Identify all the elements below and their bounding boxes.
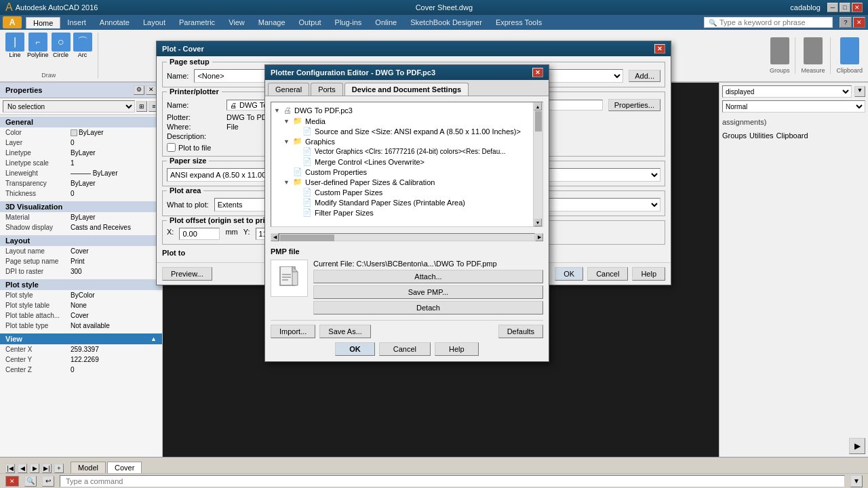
minimize-button[interactable]: ─	[827, 3, 838, 12]
search-input[interactable]	[719, 18, 828, 26]
import-btn[interactable]: Import...	[271, 325, 315, 338]
plotter-cancel-btn[interactable]: Cancel	[379, 342, 431, 356]
plot-ok-button[interactable]: OK	[555, 267, 583, 281]
tab-output[interactable]: Output	[292, 17, 328, 28]
selection-dropdown[interactable]: No selection	[3, 100, 135, 113]
close-button[interactable]: ✕	[852, 3, 863, 12]
cmd-arrow-btn[interactable]: ▼	[850, 475, 863, 487]
tree-item-user-defined[interactable]: ▼ 📁 User-defined Paper Sizes & Calibrati…	[274, 177, 530, 187]
preview-button[interactable]: Preview...	[162, 267, 212, 281]
tree-item-vector[interactable]: 📄 Vector Graphics <Clrs: 16777216 (24-bi…	[274, 146, 530, 157]
command-input-area[interactable]	[60, 475, 845, 487]
tab-annotate[interactable]: Annotate	[93, 17, 136, 28]
tab-online[interactable]: Online	[368, 17, 403, 28]
save-as-btn[interactable]: Save As...	[319, 325, 371, 338]
close-ribbon-button[interactable]: ✕	[853, 17, 865, 28]
tab-device-doc[interactable]: Device and Document Settings	[344, 83, 469, 96]
file-custom-props-icon: 📄	[293, 167, 302, 176]
tree-item-merge[interactable]: 📄 Merge Control <Lines Overwrite>	[274, 157, 530, 167]
plot-dialog-close-btn[interactable]: ✕	[654, 44, 665, 54]
properties-settings-btn[interactable]: ⚙	[134, 85, 144, 95]
x-offset-input[interactable]	[179, 228, 220, 240]
model-tab[interactable]: Model	[71, 462, 106, 473]
3d-section-header[interactable]: 3D Visualization	[0, 201, 162, 212]
view-section-header[interactable]: View ▲	[0, 333, 162, 344]
tree-item-filter-paper[interactable]: 📄 Filter Paper Sizes	[274, 207, 530, 218]
save-pmp-btn[interactable]: Save PMP...	[313, 285, 543, 299]
tree-item-root[interactable]: ▼ 🖨 DWG To PDF.pc3	[274, 105, 530, 116]
scroll-up-btn[interactable]: ▲	[534, 102, 542, 110]
layout-section-header[interactable]: Layout	[0, 235, 162, 246]
transparency-row: Transparency ByLayer	[0, 178, 162, 188]
tab-first-btn[interactable]: |◀	[5, 464, 15, 473]
tree-item-source-size[interactable]: 📄 Source and Size <Size: ANSI expand A (…	[274, 126, 530, 136]
properties-btn[interactable]: Properties...	[608, 99, 660, 111]
tab-plugins[interactable]: Plug-ins	[328, 17, 369, 28]
properties-close-btn[interactable]: ✕	[146, 85, 157, 95]
footer-right-buttons: Defaults	[498, 325, 543, 338]
h-scroll-thumb[interactable]	[280, 235, 334, 241]
scroll-right-btn[interactable]: ▶	[535, 233, 543, 241]
attach-btn[interactable]: Attach...	[313, 270, 543, 283]
plotter-ok-btn[interactable]: OK	[335, 342, 375, 356]
tab-insert[interactable]: Insert	[60, 17, 93, 28]
help-button[interactable]: ?	[840, 17, 852, 28]
tab-ports[interactable]: Ports	[311, 83, 343, 96]
scroll-thumb[interactable]	[535, 111, 542, 131]
cmd-undo-btn[interactable]: ↩	[42, 476, 54, 487]
displayed-dropdown[interactable]: displayed	[722, 85, 852, 98]
expand-button[interactable]: ▶	[849, 438, 865, 454]
defaults-btn[interactable]: Defaults	[498, 325, 543, 338]
maximize-button[interactable]: □	[840, 3, 850, 12]
plotter-config-close-btn[interactable]: ✕	[532, 68, 543, 77]
line-button[interactable]: | Line	[5, 33, 24, 58]
plot-help-button[interactable]: Help	[632, 267, 665, 281]
tab-layout[interactable]: Layout	[136, 17, 172, 28]
plot-to-file-checkbox[interactable]	[167, 143, 176, 152]
tree-item-custom-paper[interactable]: 📄 Custom Paper Sizes	[274, 187, 530, 197]
polyline-button[interactable]: ⌐ Polyline	[27, 33, 49, 58]
tab-view[interactable]: View	[222, 17, 252, 28]
add-page-setup-btn[interactable]: Add...	[629, 70, 660, 82]
tree-item-media[interactable]: ▼ 📁 Media	[274, 116, 530, 126]
plotter-help-btn[interactable]: Help	[435, 342, 479, 356]
tree-item-modify-standard[interactable]: 📄 Modify Standard Paper Sizes (Printable…	[274, 197, 530, 207]
groups-icon[interactable]	[770, 37, 789, 64]
tab-express-tools[interactable]: Express Tools	[489, 17, 549, 28]
style-dropdown[interactable]: Normal	[722, 100, 865, 113]
tab-manage[interactable]: Manage	[252, 17, 292, 28]
paste-icon[interactable]	[840, 37, 859, 64]
general-section-header[interactable]: General	[0, 117, 162, 127]
tree-item-graphics[interactable]: ▼ 📁 Graphics	[274, 136, 530, 146]
cover-tab[interactable]: Cover	[107, 462, 142, 473]
tab-prev-btn[interactable]: ◀	[18, 464, 27, 473]
autocad-logo-btn[interactable]: A	[3, 16, 22, 28]
scroll-down-btn[interactable]: ▼	[534, 218, 542, 226]
dpi-raster-row: DPI to raster 300	[0, 266, 162, 277]
plotter-config-dialog[interactable]: Plotter Configuration Editor - DWG To PD…	[264, 64, 549, 362]
tab-sketchbook[interactable]: SketchBook Designer	[403, 17, 489, 28]
cmd-close-btn[interactable]: ✕	[5, 476, 19, 487]
cmd-search-btn[interactable]: 🔍	[24, 476, 37, 487]
circle-button[interactable]: ○ Circle	[52, 33, 71, 58]
tab-add-btn[interactable]: +	[54, 464, 64, 473]
search-box[interactable]: 🔍	[704, 17, 833, 28]
tab-next-btn[interactable]: ▶	[30, 464, 39, 473]
tab-home[interactable]: Home	[26, 17, 60, 28]
tree-scrollbar[interactable]: ▲ ▼	[533, 102, 542, 226]
command-input[interactable]	[66, 477, 839, 485]
tree-item-custom-props[interactable]: 📄 Custom Properties	[274, 167, 530, 177]
tab-last-btn[interactable]: ▶|	[42, 464, 52, 473]
displayed-arrow-btn[interactable]: ▼	[854, 86, 865, 97]
selection-icon-btn[interactable]: ⊞	[136, 101, 147, 112]
scroll-left-btn[interactable]: ◀	[271, 233, 279, 241]
tab-parametric[interactable]: Parametric	[172, 17, 222, 28]
plot-cancel-button[interactable]: Cancel	[587, 267, 628, 281]
plot-style-section-header[interactable]: Plot style	[0, 279, 162, 290]
arc-button[interactable]: ⌒ Arc	[73, 33, 92, 58]
tab-general[interactable]: General	[268, 83, 309, 96]
properties-title: Properties	[5, 86, 42, 94]
measure-icon[interactable]	[804, 37, 823, 64]
detach-btn[interactable]: Detach	[313, 301, 543, 314]
plotter-tabs: General Ports Device and Document Settin…	[265, 80, 549, 96]
